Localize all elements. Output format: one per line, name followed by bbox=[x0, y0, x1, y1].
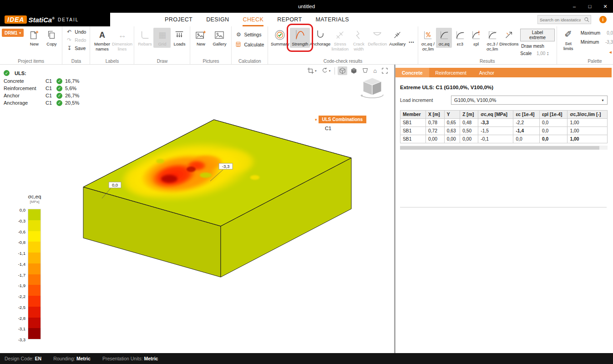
ribbon-button-strength[interactable]: Strength bbox=[290, 28, 310, 48]
results-table-header[interactable]: σc,eq [MPa] bbox=[478, 111, 513, 119]
panel-tab-anchor[interactable]: Anchor bbox=[473, 68, 501, 77]
more-options-button[interactable]: ••• bbox=[407, 40, 415, 45]
ribbon-button-gallery[interactable]: Gallery bbox=[209, 28, 229, 48]
tab-materials[interactable]: MATERIALS bbox=[316, 13, 350, 26]
table-cell: -2,2 bbox=[513, 119, 540, 127]
combination-item-c1[interactable]: C1 bbox=[325, 126, 366, 131]
scale-input[interactable]: 1,00 bbox=[533, 51, 545, 56]
ribbon-button-crack-width[interactable]: Crack width bbox=[350, 28, 367, 52]
results-table-header[interactable]: εpl [1e-4] bbox=[540, 111, 567, 119]
clipping-planes-button[interactable]: ▾ bbox=[306, 66, 318, 75]
window-controls: – □ ✕ bbox=[567, 0, 613, 13]
ribbon-button-new-item[interactable]: New bbox=[25, 28, 43, 48]
panel-tab-concrete[interactable]: Concrete bbox=[395, 68, 429, 77]
ribbon-button-rebars[interactable]: Rebars bbox=[136, 28, 153, 48]
chevron-down-icon[interactable]: ▾ bbox=[315, 117, 317, 122]
ribbon-group-palette: ✐ Set limits Maximum 0,00 ▴▾ MPa Minimum… bbox=[557, 26, 613, 64]
ribbon-button-sceq-sclim[interactable]: σc,eq / σc,lim bbox=[420, 28, 436, 52]
calculate-button[interactable]: Calculate bbox=[233, 40, 266, 48]
product-name: DETAIL bbox=[58, 17, 79, 22]
ribbon-button-deflection[interactable]: Deflection bbox=[367, 28, 387, 48]
undo-button[interactable]: ↶ Undo bbox=[64, 28, 88, 36]
maximize-button[interactable]: □ bbox=[582, 0, 598, 13]
results-table-header[interactable]: Z [m] bbox=[460, 111, 478, 119]
uls-item-combination: C1 bbox=[46, 86, 56, 91]
results-table-header[interactable]: X [m] bbox=[426, 111, 444, 119]
ribbon-button-member-names[interactable]: A Member names bbox=[92, 28, 112, 52]
uls-combinations-dropdown[interactable]: ULS Combinations bbox=[319, 116, 366, 123]
load-increment-dropdown[interactable]: G100,0%, V100,0% ▼ bbox=[451, 96, 608, 105]
draw-mesh-toggle[interactable]: Draw mesh bbox=[520, 43, 554, 49]
close-button[interactable]: ✕ bbox=[598, 0, 613, 13]
results-table-header[interactable]: Member bbox=[400, 111, 426, 119]
minimize-button[interactable]: – bbox=[567, 0, 582, 13]
table-row[interactable]: SB10,780,650,48-3,3-2,20,01,00 bbox=[400, 119, 608, 127]
ribbon-button-stress-limitation[interactable]: Stress limitation bbox=[330, 28, 350, 52]
statusbar: Design Code: ENRounding: MetricPresentat… bbox=[0, 353, 613, 364]
wireframe-view-button[interactable] bbox=[338, 66, 347, 75]
zoom-fit-button[interactable] bbox=[380, 66, 390, 75]
ribbon-button-grid[interactable]: ▦ Grid bbox=[153, 28, 171, 48]
table-cell: 0,0 bbox=[540, 127, 567, 135]
settings-button[interactable]: ⚙ Settings bbox=[233, 30, 266, 39]
set-limits-button[interactable]: Set limits bbox=[562, 41, 575, 51]
legend-value-label: -1,9 bbox=[18, 283, 25, 288]
maximum-input[interactable]: 0,00 bbox=[604, 30, 613, 35]
home-view-button[interactable]: ⌂ bbox=[372, 67, 378, 75]
redo-button[interactable]: ↷ Redo bbox=[64, 36, 88, 44]
table-horizontal-scrollbar[interactable] bbox=[400, 146, 608, 150]
ribbon-button-copy[interactable]: Copy bbox=[43, 28, 60, 48]
table-cell: 1,00 bbox=[567, 119, 608, 127]
ribbon-button-anchorage[interactable]: Anchorage bbox=[310, 28, 330, 48]
legend-unit: [MPa] bbox=[24, 200, 46, 204]
tab-project[interactable]: PROJECT bbox=[165, 13, 193, 26]
solid-view-button[interactable] bbox=[349, 66, 359, 75]
ribbon-button-dimension-lines[interactable]: ↔ Dimension lines bbox=[112, 28, 132, 52]
legend-value-label: -1,4 bbox=[18, 262, 25, 267]
navigation-cube[interactable] bbox=[358, 75, 387, 101]
scale-spinner[interactable]: ▴▾ bbox=[547, 51, 548, 56]
ribbon-button-loads[interactable]: Loads bbox=[171, 28, 188, 48]
results-table-header[interactable]: σc,3/σc,lim [-] bbox=[567, 111, 608, 119]
tab-check[interactable]: CHECK bbox=[243, 13, 263, 26]
ribbon-button-auxiliary[interactable]: Auxiliary bbox=[387, 28, 407, 48]
perspective-view-button[interactable] bbox=[360, 66, 370, 75]
save-button[interactable]: ↧ Save bbox=[64, 44, 88, 52]
search-box[interactable] bbox=[537, 15, 591, 24]
scrollbar-thumb[interactable] bbox=[400, 146, 599, 150]
rotate-view-button[interactable]: ▾ bbox=[320, 66, 332, 75]
table-row[interactable]: SB10,000,000,00-0,10,00,01,00 bbox=[400, 135, 608, 143]
ribbon-button-ec3[interactable]: εc3 bbox=[452, 28, 468, 48]
chevron-down-icon[interactable]: ▾ bbox=[329, 69, 331, 73]
model-3d-view[interactable]: 0,0 -3,3 bbox=[0, 65, 394, 353]
results-table-header[interactable]: Y bbox=[444, 111, 460, 119]
tab-design[interactable]: DESIGN bbox=[206, 13, 229, 26]
uls-item-combination: C1 bbox=[46, 93, 56, 98]
stress-limit-curve-icon bbox=[487, 29, 497, 41]
ribbon-button-summary[interactable]: Summary bbox=[270, 28, 290, 48]
tab-report[interactable]: REPORT bbox=[277, 13, 302, 26]
check-icon: ✓ bbox=[56, 100, 62, 106]
project-item-selector[interactable]: DRM1 ▾ bbox=[2, 29, 24, 37]
chevron-down-icon[interactable]: ▾ bbox=[315, 69, 317, 73]
model-viewport[interactable]: ▾ ▾ ⌂ bbox=[0, 65, 394, 353]
ribbon-button-sc3-sclim[interactable]: σc,3 / σc,lim bbox=[484, 28, 500, 52]
ribbon-button-sceq[interactable]: σc,eq bbox=[436, 28, 452, 48]
results-table-header[interactable]: εc [1e-4] bbox=[513, 111, 540, 119]
panel-tab-reinforcement[interactable]: Reinforcement bbox=[429, 68, 473, 77]
ribbon-button-new-picture[interactable]: New bbox=[192, 28, 209, 48]
account-badge[interactable]: i bbox=[599, 16, 607, 23]
stress-ratio-icon bbox=[423, 29, 433, 41]
label-extreme-button[interactable]: Label extreme bbox=[520, 29, 554, 41]
ribbon-collapse-arrow[interactable]: ◂ bbox=[609, 49, 612, 55]
table-cell: 0,0 bbox=[540, 135, 567, 143]
ribbon-button-directions[interactable]: Directions bbox=[500, 28, 517, 48]
table-row[interactable]: SB10,720,630,50-1,5-1,40,01,00 bbox=[400, 127, 608, 135]
search-input[interactable] bbox=[538, 17, 583, 22]
ribbon-button-epl[interactable]: εpl bbox=[468, 28, 484, 48]
minimum-input[interactable]: -3,33 bbox=[604, 40, 613, 45]
legend-value-label: -2,2 bbox=[18, 294, 25, 299]
legend-color-segment bbox=[28, 253, 41, 263]
statusbar-item: Presentation Units: Metric bbox=[102, 356, 158, 361]
search-icon[interactable] bbox=[583, 17, 591, 23]
